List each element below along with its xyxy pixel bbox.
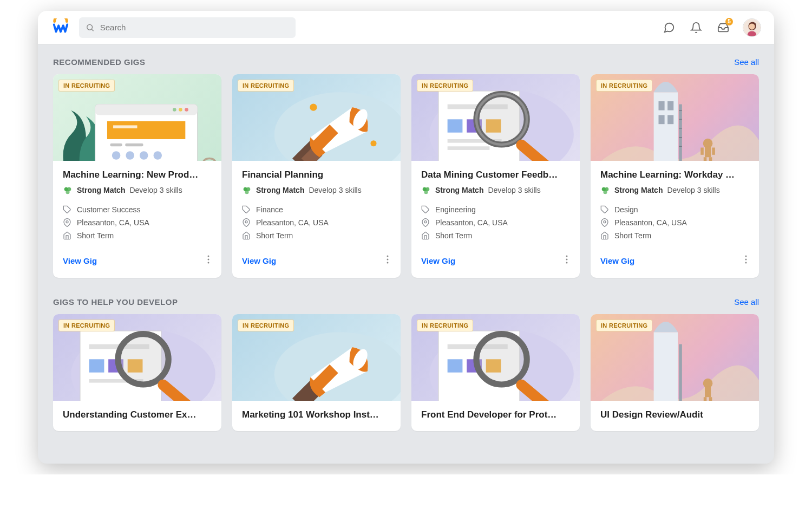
home-icon [421, 231, 430, 240]
svg-rect-108 [679, 344, 682, 401]
location-icon [63, 218, 71, 227]
svg-rect-77 [700, 147, 704, 154]
svg-point-16 [153, 151, 162, 160]
card-illustration: IN RECRUITING [411, 314, 580, 401]
gig-card[interactable]: IN RECRUITING UI Design Review/Audit [591, 314, 759, 431]
match-label: Strong Match [77, 186, 125, 194]
card-menu-icon[interactable] [205, 253, 212, 268]
app-window: 5 RECOMMENDED GIGS See all IN RECRUITI [38, 11, 774, 464]
gig-title: Front End Developer for Prot… [421, 409, 570, 420]
status-chip: IN RECRUITING [417, 320, 473, 331]
svg-rect-63 [679, 105, 682, 161]
svg-rect-9 [107, 121, 185, 139]
svg-rect-75 [704, 157, 707, 161]
svg-point-61 [566, 262, 568, 264]
gig-card[interactable]: IN RECRUITING Understanding Customer Ex… [53, 314, 221, 431]
svg-rect-46 [448, 119, 463, 132]
term-meta: Short Term [600, 231, 749, 240]
match-label: Strong Match [256, 186, 304, 194]
match-icon [600, 186, 610, 196]
user-avatar[interactable] [743, 18, 761, 37]
gig-card[interactable]: IN RECRUITING Front End Developer for Pr… [411, 314, 580, 431]
topbar-actions: 5 [662, 18, 761, 37]
search-input[interactable] [100, 23, 289, 32]
svg-point-14 [126, 151, 134, 160]
tag-icon [600, 205, 609, 214]
card-menu-icon[interactable] [564, 253, 570, 268]
recommended-gigs-row: IN RECRUITING [53, 74, 759, 278]
section-header: GIGS TO HELP YOU DEVELOP See all [53, 297, 759, 307]
card-illustration: IN RECRUITING [232, 314, 401, 401]
location-icon [421, 218, 430, 227]
gig-card[interactable]: IN RECRUITING Data Mining Custome [411, 74, 580, 278]
svg-line-1 [91, 29, 93, 31]
location-meta: Pleasanton, CA, USA [421, 218, 570, 227]
card-menu-icon[interactable] [743, 253, 749, 268]
svg-point-37 [245, 190, 248, 194]
svg-point-94 [118, 334, 168, 385]
card-illustration: IN RECRUITING [53, 314, 221, 401]
svg-point-39 [245, 221, 247, 223]
home-icon [600, 231, 609, 240]
home-icon [242, 231, 251, 240]
chat-icon[interactable] [662, 20, 677, 35]
svg-point-8 [173, 108, 176, 112]
svg-point-26 [66, 221, 68, 223]
svg-point-24 [66, 190, 69, 194]
skills-text: Develop 3 skills [667, 186, 719, 194]
view-gig-link[interactable]: View Gig [421, 256, 455, 265]
inbox-icon[interactable]: 5 [716, 20, 731, 35]
category-meta: Design [600, 205, 749, 214]
location-icon [600, 218, 609, 227]
svg-rect-102 [448, 359, 463, 372]
svg-point-85 [745, 259, 747, 260]
gig-card[interactable]: IN RECRUITING Marketing 101 Workshop Ins… [232, 314, 401, 431]
location-meta: Pleasanton, CA, USA [63, 218, 212, 227]
category-meta: Customer Success [63, 205, 212, 214]
match-icon [242, 186, 252, 196]
card-menu-icon[interactable] [384, 253, 391, 268]
svg-rect-72 [667, 115, 673, 125]
search-box[interactable] [79, 17, 296, 38]
skills-text: Develop 3 skills [488, 186, 540, 194]
svg-rect-62 [654, 92, 678, 161]
skills-text: Develop 3 skills [309, 186, 361, 194]
workday-logo[interactable] [51, 18, 70, 37]
match-icon [63, 186, 73, 196]
view-gig-link[interactable]: View Gig [63, 256, 97, 265]
svg-rect-78 [712, 147, 715, 154]
bell-icon[interactable] [689, 20, 704, 35]
main-content: RECOMMENDED GIGS See all IN RECRUITING [38, 44, 774, 464]
gig-title: Data Mining Customer Feedb… [421, 170, 570, 180]
topbar: 5 [38, 11, 774, 44]
card-illustration: IN RECRUITING [53, 74, 221, 161]
section-header: RECOMMENDED GIGS See all [53, 57, 759, 67]
status-chip: IN RECRUITING [596, 80, 652, 92]
see-all-link[interactable]: See all [734, 57, 759, 67]
svg-point-28 [208, 259, 209, 260]
develop-gigs-row: IN RECRUITING Understanding Customer Ex… [53, 314, 759, 431]
svg-point-86 [745, 262, 747, 264]
gig-card[interactable]: IN RECRUITING Financ [232, 74, 401, 278]
svg-point-83 [604, 221, 606, 223]
see-all-link[interactable]: See all [734, 297, 759, 307]
svg-rect-112 [709, 397, 712, 401]
tag-icon [421, 205, 430, 214]
svg-rect-70 [658, 115, 664, 125]
svg-point-7 [179, 108, 182, 112]
svg-point-13 [112, 151, 121, 160]
gig-title: Understanding Customer Ex… [63, 409, 212, 420]
svg-point-3 [749, 23, 755, 29]
location-meta: Pleasanton, CA, USA [242, 218, 391, 227]
svg-point-59 [566, 256, 568, 257]
svg-point-27 [208, 256, 209, 257]
gig-card[interactable]: IN RECRUITING [591, 74, 759, 278]
status-chip: IN RECRUITING [596, 320, 652, 331]
status-chip: IN RECRUITING [238, 80, 294, 92]
gig-card[interactable]: IN RECRUITING [53, 74, 221, 278]
view-gig-link[interactable]: View Gig [242, 256, 276, 265]
skills-text: Develop 3 skills [129, 186, 182, 194]
status-chip: IN RECRUITING [417, 80, 473, 92]
view-gig-link[interactable]: View Gig [600, 256, 634, 265]
card-illustration: IN RECRUITING [411, 74, 580, 161]
